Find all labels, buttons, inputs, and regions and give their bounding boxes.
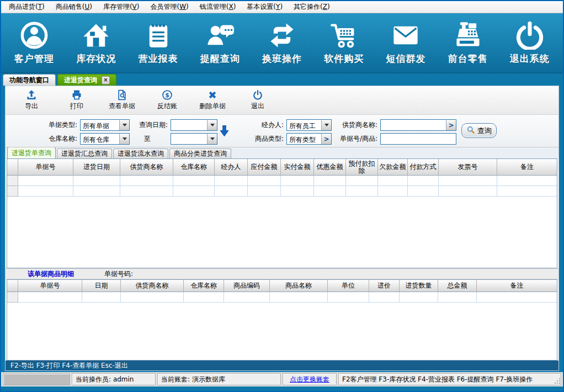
column-header[interactable]: 进货日期 [73, 159, 120, 176]
resize-grip[interactable] [555, 378, 560, 384]
operator-label: 当前操作员: [76, 375, 111, 384]
filter-value-supplier [381, 120, 446, 130]
table-cell [439, 176, 497, 186]
menu-item-X[interactable]: 钱流管理(X) [194, 1, 242, 13]
table-header-row: 单据号日期供货商名称仓库名称商品编码商品名称单位进价进货数量总金额备注 [7, 280, 557, 292]
toolbar-button-report[interactable]: 营业报表 [129, 21, 188, 65]
filter-input-doc_no-text[interactable] [381, 134, 468, 144]
selector-column-header [7, 159, 18, 176]
column-header[interactable]: 进价 [369, 280, 400, 292]
column-header[interactable]: 应付金额 [248, 159, 281, 176]
menu-item-T[interactable]: 商品进货(T) [3, 1, 50, 13]
column-header[interactable]: 欠款金额 [378, 159, 408, 176]
filter-dropdown-button-date_from[interactable] [207, 120, 217, 130]
subtab-0[interactable]: 进退货单查询 [7, 147, 56, 158]
tab-purchase-query[interactable]: 进退货查询× [57, 74, 116, 86]
column-header[interactable]: 仓库名称 [184, 280, 224, 292]
filter-dropdown-button-date_to[interactable] [207, 134, 217, 144]
printer-icon [71, 89, 82, 100]
subtab-2[interactable]: 进退货流水查询 [113, 149, 168, 158]
table-cell [18, 186, 73, 197]
column-header[interactable]: 单位 [328, 280, 369, 292]
subtoolbar-button-export[interactable]: 导出 [17, 89, 46, 111]
table-cell [18, 176, 73, 186]
tab-label: 功能导航窗口 [9, 76, 49, 85]
subtoolbar-button-label: 删除单据 [199, 102, 226, 111]
table-cell [439, 186, 497, 197]
menu-item-Z[interactable]: 其它操作(Z) [288, 1, 336, 13]
column-header[interactable]: 付款方式 [408, 159, 439, 176]
filter-lookup-button-supplier[interactable]: > [446, 120, 456, 130]
table-cell [18, 292, 82, 303]
table-cell [328, 292, 369, 303]
toolbar-button-label: 前台零售 [448, 52, 488, 65]
table-cell [173, 186, 215, 197]
table-row[interactable] [7, 186, 557, 197]
dropdown-arrow-icon [123, 137, 127, 140]
subtoolbar-button-exit[interactable]: 退出 [243, 89, 273, 111]
status-hotkeys: F2客户管理 F3-库存状况 F4-营业报表 F6-提醒查询 F7-换班操作 [338, 373, 561, 385]
table-row[interactable] [7, 292, 557, 303]
bill-number-label: 单据号码: [104, 269, 133, 279]
main-toolbar: 客户管理库存状况营业报表提醒查询换班操作软件购买短信群发前台零售退出系统 [1, 13, 563, 73]
column-header[interactable]: 仓库名称 [173, 159, 215, 176]
status-progress [3, 373, 70, 385]
column-header[interactable]: 商品编码 [224, 280, 270, 292]
status-bar: 当前操作员: admin 当前账套: 演示数据库 点击更换账套 F2客户管理 F… [1, 372, 563, 386]
switch-account-link[interactable]: 点击更换账套 [290, 375, 329, 384]
table-cell [215, 176, 248, 186]
filter-label-supplier: 供货商名称: [312, 120, 380, 130]
table-cell [120, 176, 173, 186]
filter-combo-date_to[interactable] [171, 133, 217, 145]
filter-lookup-supplier[interactable]: > [380, 119, 456, 131]
column-header[interactable]: 单据号 [18, 159, 73, 176]
column-header[interactable]: 商品名称 [270, 280, 328, 292]
column-header[interactable]: 预付款扣除 [346, 159, 378, 176]
column-header[interactable]: 供货商名称 [121, 280, 184, 292]
subtoolbar-button-view[interactable]: 查看单据 [107, 89, 137, 111]
filter-combo-warehouse[interactable]: 所有仓库 [80, 133, 130, 145]
client-frame: 导出打印查看单据$反结账删除单据退出 查询 单据类型:所有单据查询日期:经办人:… [1, 86, 563, 372]
toolbar-button-sms[interactable]: 短信群发 [376, 21, 435, 65]
menu-item-Y[interactable]: 基本设置(Y) [241, 1, 288, 13]
column-header[interactable]: 进货数量 [400, 280, 438, 292]
filter-input-doc_no[interactable] [380, 133, 456, 145]
detail-section-title: 该单据商品明细 [28, 269, 74, 279]
app-window: 商品进货(T)商品销售(U)库存管理(V)会员管理(W)钱流管理(X)基本设置(… [0, 0, 564, 392]
subtab-3[interactable]: 商品分类进货查询 [169, 149, 231, 158]
column-header[interactable]: 总金额 [438, 280, 477, 292]
menu-item-V[interactable]: 库存管理(V) [98, 1, 145, 13]
toolbar-button-retail[interactable]: 前台零售 [439, 21, 497, 65]
subtoolbar-button-delete[interactable]: 删除单据 [198, 89, 227, 111]
column-header[interactable]: 经办人 [215, 159, 248, 176]
toolbar-button-remind[interactable]: 提醒查询 [191, 21, 249, 65]
menu-item-U[interactable]: 商品销售(U) [50, 1, 98, 13]
table-header-row: 单据号进货日期供货商名称仓库名称经办人应付金额实付金额优惠金额预付款扣除欠款金额… [7, 159, 557, 176]
toolbar-button-exit[interactable]: 退出系统 [501, 21, 559, 65]
column-header[interactable]: 备注 [477, 280, 557, 292]
toolbar-button-shift[interactable]: 换班操作 [253, 21, 311, 65]
filter-field-date_from: 查询日期: [127, 119, 217, 131]
column-header[interactable]: 日期 [82, 280, 121, 292]
tab-nav-window[interactable]: 功能导航窗口 [3, 74, 56, 86]
table-row[interactable] [7, 176, 557, 186]
column-header[interactable]: 供货商名称 [120, 159, 173, 176]
filter-combo-date_from[interactable] [171, 119, 217, 131]
menu-item-W[interactable]: 会员管理(W) [145, 1, 194, 13]
column-header[interactable]: 优惠金额 [314, 159, 346, 176]
toolbar-button-customer[interactable]: 客户管理 [5, 21, 63, 65]
subtoolbar-button-unsettle[interactable]: $反结账 [152, 89, 182, 111]
selector-column-header [7, 280, 18, 292]
table-cell [497, 176, 557, 186]
tab-close-icon[interactable]: × [102, 76, 110, 84]
column-header[interactable]: 发票号 [439, 159, 497, 176]
toolbar-button-buy[interactable]: 软件购买 [315, 21, 373, 65]
filter-combo-doc_type[interactable]: 所有单据 [80, 119, 130, 131]
column-header[interactable]: 实付金额 [281, 159, 314, 176]
column-header[interactable]: 备注 [497, 159, 557, 176]
subtoolbar-button-print[interactable]: 打印 [62, 89, 92, 111]
column-header[interactable]: 单据号 [18, 280, 82, 292]
toolbar-button-inventory[interactable]: 库存状况 [67, 21, 125, 65]
account-label: 当前账套: [161, 375, 190, 384]
subtab-1[interactable]: 进退货汇总查询 [57, 149, 112, 158]
